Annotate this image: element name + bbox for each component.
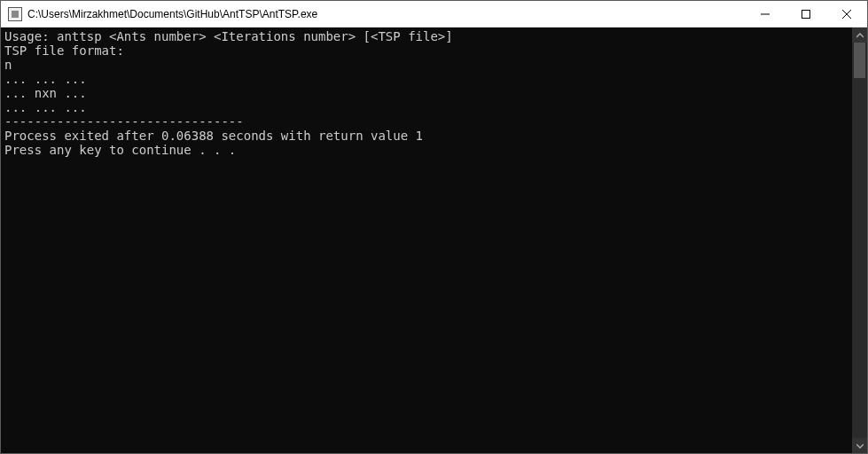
maximize-icon <box>802 10 810 19</box>
scroll-up-button[interactable] <box>852 27 867 43</box>
maximize-button[interactable] <box>786 1 826 27</box>
titlebar: C:\Users\Mirzakhmet\Documents\GitHub\Ant… <box>1 1 867 27</box>
window-title: C:\Users\Mirzakhmet\Documents\GitHub\Ant… <box>27 8 317 20</box>
close-icon <box>842 10 851 19</box>
svg-rect-1 <box>802 10 810 18</box>
window-controls <box>745 1 867 27</box>
chevron-up-icon <box>856 32 864 39</box>
app-icon <box>8 7 22 21</box>
console-area[interactable]: Usage: anttsp <Ants number> <Iterations … <box>1 27 867 453</box>
console-output: Usage: anttsp <Ants number> <Iterations … <box>1 27 852 453</box>
close-button[interactable] <box>826 1 867 27</box>
minimize-button[interactable] <box>745 1 786 27</box>
minimize-icon <box>761 10 770 19</box>
chevron-down-icon <box>856 442 864 450</box>
vertical-scrollbar[interactable] <box>852 27 867 453</box>
scroll-thumb[interactable] <box>854 43 865 78</box>
scroll-down-button[interactable] <box>852 438 867 453</box>
